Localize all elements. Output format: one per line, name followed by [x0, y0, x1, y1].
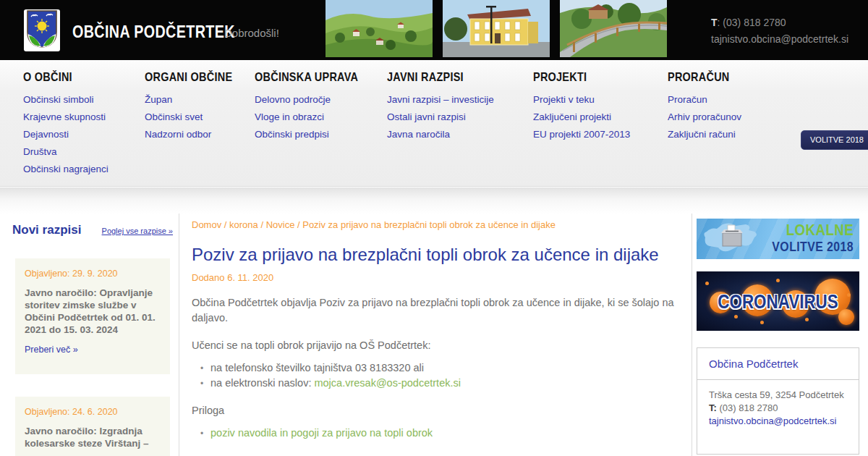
- nav-link-obcinski-svet[interactable]: Občinski svet: [145, 109, 248, 126]
- contact-phone: T: (03) 818 2780: [709, 402, 847, 415]
- email-os-podcetrtek-link[interactable]: mojca.vresak@os-podcetrtek.si: [314, 377, 460, 389]
- nav-link-javna-narocila[interactable]: Javna naročila: [387, 126, 494, 143]
- banner-volitve-text: LOKALNE VOLITVE 2018: [761, 222, 854, 253]
- attachment-link[interactable]: poziv navodila in pogoji za prijavo na t…: [210, 427, 433, 439]
- nav-link-delovno-podrocje[interactable]: Delovno področje: [255, 91, 377, 109]
- card-published-date: Objavljeno: 24. 6. 2020: [25, 407, 161, 417]
- header-email-link[interactable]: tajnistvo.obcina@podcetrtek.si: [711, 33, 848, 45]
- header-contact: T: (03) 818 2780 tajnistvo.obcina@podcet…: [711, 14, 848, 48]
- nav-col-organi-obcine: ORGANI OBČINE Župan Občinski svet Nadzor…: [145, 70, 248, 143]
- divider: [692, 214, 692, 456]
- read-more-link[interactable]: Preberi več »: [25, 345, 78, 355]
- header-photo-strip: [326, 0, 667, 57]
- nav-col-projekti: PROJEKTI Projekti v teku Zaključeni proj…: [533, 70, 630, 143]
- contact-address: Trška cesta 59, 3254 Podčetrtek: [709, 389, 847, 402]
- card-title: Javno naročilo: Izgradnja kolesarske ste…: [25, 425, 161, 449]
- banner-lokalne-volitve-2018[interactable]: LOKALNE VOLITVE 2018: [697, 219, 859, 259]
- nav-heading[interactable]: PRORAČUN: [668, 70, 731, 85]
- nav-link-arhiv-proracunov[interactable]: Arhiv proračunov: [668, 109, 741, 126]
- nav-link-krajevne-skupnosti[interactable]: Krajevne skupnosti: [23, 109, 109, 126]
- nav-col-javni-razpisi: JAVNI RAZPISI Javni razpisi – investicij…: [387, 70, 494, 143]
- nav-link-obcinski-simboli[interactable]: Občinski simboli: [23, 91, 109, 109]
- sidebar-title: Novi razpisi: [12, 223, 81, 237]
- nav-link-eu-projekti[interactable]: EU projekti 2007-2013: [533, 126, 630, 143]
- breadcrumb-korona[interactable]: korona: [229, 219, 258, 230]
- nav-col-obcinska-uprava: OBČINSKA UPRAVA Delovno področje Vloge i…: [255, 70, 377, 143]
- breadcrumb-novice[interactable]: Novice: [266, 219, 295, 230]
- nav-heading[interactable]: ORGANI OBČINE: [145, 70, 232, 85]
- list-item: na telefonsko številko tajništva 03 8183…: [210, 361, 678, 376]
- attachment-label: Priloga: [192, 403, 678, 418]
- photo-countryside-hills: [326, 0, 433, 57]
- card-title: Javno naročilo: Opravljanje storitev zim…: [25, 287, 161, 336]
- article: Domov / korona / Novice / Poziv za prija…: [192, 214, 678, 442]
- photo-cycling-path: [560, 0, 667, 57]
- sidebar-novi-razpisi: Novi razpisi Poglej vse razpise » Objavl…: [12, 223, 173, 237]
- view-all-razpisi-link[interactable]: Poglej vse razpise »: [102, 227, 173, 235]
- breadcrumb-domov[interactable]: Domov: [192, 219, 221, 230]
- nav-heading[interactable]: O OBČINI: [23, 70, 95, 85]
- nav-link-ostali-javni-razpisi[interactable]: Ostali javni razpisi: [387, 109, 494, 126]
- nav-link-zakljuceni-projekti[interactable]: Zaključeni projekti: [533, 109, 630, 126]
- banner-corona-text: CORONAVIRUS: [713, 290, 843, 313]
- paragraph: Učenci se na topli obrok prijavijo na OŠ…: [192, 338, 678, 353]
- nav-link-projekti-v-teku[interactable]: Projekti v teku: [533, 91, 630, 109]
- volitve-2018-button[interactable]: VOLITVE 2018: [801, 130, 868, 150]
- razpis-card[interactable]: Objavljeno: 24. 6. 2020 Javno naročilo: …: [15, 397, 170, 456]
- nav-link-nadzorni-odbor[interactable]: Nadzorni odbor: [145, 126, 248, 143]
- nav-link-dejavnosti[interactable]: Dejavnosti: [23, 126, 109, 143]
- site-header: OBČINA PODČETRTEK Dobrodošli!: [0, 0, 868, 60]
- list-item: na elektronski naslov: mojca.vresak@os-p…: [210, 376, 678, 392]
- contact-email-link[interactable]: tajnistvo.obcina@podcetrtek.si: [709, 415, 837, 426]
- site-title: OBČINA PODČETRTEK: [72, 22, 235, 42]
- nav-col-proracun: PRORAČUN Proračun Arhiv proračunov Zaklj…: [668, 70, 741, 143]
- nav-link-zupan[interactable]: Župan: [145, 91, 248, 109]
- contact-options-list: na telefonsko številko tajništva 03 8183…: [210, 361, 678, 391]
- coat-of-arms-icon: [26, 10, 58, 51]
- header-phone: T: (03) 818 2780: [711, 14, 848, 31]
- main-navigation: O OBČINI Občinski simboli Krajevne skupn…: [0, 60, 868, 187]
- nav-link-vloge-in-obrazci[interactable]: Vloge in obrazci: [255, 109, 377, 126]
- article-date: Dodano 6. 11. 2020: [192, 272, 678, 283]
- welcome-text: Dobrodošli!: [224, 27, 279, 39]
- municipality-logo[interactable]: [24, 9, 60, 51]
- nav-heading[interactable]: OBČINSKA UPRAVA: [255, 70, 358, 85]
- photo-municipal-building: [443, 0, 550, 57]
- attachment-list: poziv navodila in pogoji za prijavo na t…: [210, 426, 678, 442]
- divider: [179, 214, 179, 456]
- contact-box: Občina Podčetrtek Trška cesta 59, 3254 P…: [697, 347, 859, 455]
- ballot-box-icon: [701, 221, 763, 259]
- contact-box-title[interactable]: Občina Podčetrtek: [709, 358, 798, 370]
- nav-link-obcinski-predpisi[interactable]: Občinski predpisi: [255, 126, 377, 143]
- breadcrumb: Domov / korona / Novice / Poziv za prija…: [192, 219, 678, 232]
- card-published-date: Objavljeno: 29. 9. 2020: [25, 269, 161, 279]
- nav-col-o-obcini: O OBČINI Občinski simboli Krajevne skupn…: [23, 70, 109, 178]
- breadcrumb-current: Poziv za prijavo na brezplačni topli obr…: [302, 219, 556, 230]
- nav-shadow: [0, 187, 868, 214]
- nav-link-javni-razpisi-investicije[interactable]: Javni razpisi – investicije: [387, 91, 494, 109]
- nav-link-zakljucni-racuni[interactable]: Zaključni računi: [668, 126, 741, 143]
- banner-coronavirus[interactable]: CORONAVIRUS: [697, 271, 859, 331]
- nav-heading[interactable]: PROJEKTI: [533, 70, 616, 85]
- page-title: Poziv za prijavo na brezplačni topli obr…: [192, 244, 678, 266]
- nav-link-drustva[interactable]: Društva: [23, 143, 109, 161]
- nav-link-proracun[interactable]: Proračun: [668, 91, 741, 109]
- razpis-card[interactable]: Objavljeno: 29. 9. 2020 Javno naročilo: …: [15, 258, 170, 374]
- nav-heading[interactable]: JAVNI RAZPISI: [387, 70, 478, 85]
- paragraph: Občina Podčetrtek objavlja Poziv za prij…: [192, 295, 678, 326]
- nav-link-obcinski-nagrajenci[interactable]: Občinski nagrajenci: [23, 161, 109, 178]
- list-item: poziv navodila in pogoji za prijavo na t…: [210, 426, 678, 442]
